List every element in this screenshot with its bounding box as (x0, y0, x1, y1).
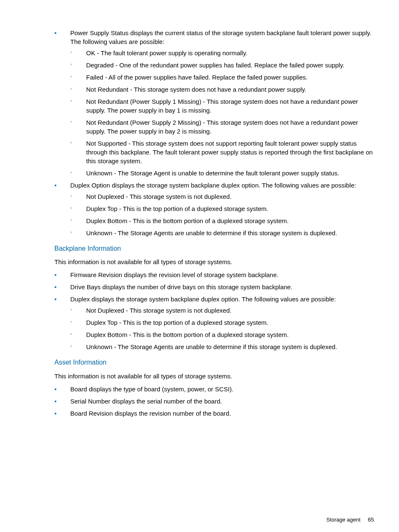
page-footer: Storage agent 65 (326, 516, 374, 524)
list-item-text: Duplex displays the storage system backp… (70, 296, 336, 303)
asset-heading: Asset Information (54, 358, 374, 367)
list-item: Duplex displays the storage system backp… (54, 295, 374, 351)
list-item: Power Supply Status displays the current… (54, 28, 374, 177)
list-item-text: Firmware Revision displays the revision … (70, 271, 279, 278)
list-item: Serial Number displays the serial number… (54, 397, 374, 406)
sublist-item: Duplex Bottom - This is the bottom porti… (70, 216, 374, 225)
sublist-item: Not Redundant (Power Supply 1 Missing) -… (70, 97, 374, 115)
footer-text: Storage agent (326, 517, 361, 523)
list-item-text: Drive Bays displays the number of drive … (70, 283, 292, 290)
sublist-item: OK - The fault tolerant power supply is … (70, 49, 374, 57)
list-item: Firmware Revision displays the revision … (54, 270, 374, 279)
sublist-item: Not Supported - This storage system does… (70, 139, 374, 165)
section2-list: Firmware Revision displays the revision … (54, 270, 374, 351)
backplane-intro: This information is not available for al… (54, 257, 374, 266)
asset-intro: This information is not available for al… (54, 372, 374, 380)
sublist-item: Unknown - The Storage Agents are unable … (70, 342, 374, 351)
list-item: Drive Bays displays the number of drive … (54, 283, 374, 291)
sublist-item: Not Duplexed - This storage system is no… (70, 306, 374, 315)
footer-page-number: 65 (368, 517, 374, 523)
sublist: Not Duplexed - This storage system is no… (70, 192, 374, 237)
list-item-text: Board Revision displays the revision num… (70, 410, 231, 417)
list-item: Board displays the type of board (system… (54, 385, 374, 393)
sublist-item: Degraded - One of the redundant power su… (70, 61, 374, 69)
page-content: Power Supply Status displays the current… (25, 28, 374, 418)
list-item-text: Serial Number displays the serial number… (70, 398, 222, 405)
sublist-item: Unknown - The Storage Agents are unable … (70, 229, 374, 237)
list-item-text: Power Supply Status displays the current… (70, 29, 371, 45)
sublist: Not Duplexed - This storage system is no… (70, 306, 374, 351)
sublist-item: Not Duplexed - This storage system is no… (70, 192, 374, 201)
section3-list: Board displays the type of board (system… (54, 385, 374, 418)
sublist-item: Failed - All of the power supplies have … (70, 73, 374, 82)
list-item-text: Duplex Option displays the storage syste… (70, 182, 356, 189)
sublist-item: Not Redundant (Power Supply 2 Missing) -… (70, 118, 374, 136)
backplane-heading: Backplane Information (54, 244, 374, 253)
section1-list: Power Supply Status displays the current… (54, 28, 374, 237)
list-item-text: Board displays the type of board (system… (70, 386, 233, 393)
sublist-item: Duplex Top - This is the top portion of … (70, 318, 374, 327)
sublist-item: Unknown - The Storage Agent is unable to… (70, 169, 374, 177)
sublist-item: Not Redundant - This storage system does… (70, 85, 374, 94)
sublist-item: Duplex Top - This is the top portion of … (70, 204, 374, 213)
list-item: Board Revision displays the revision num… (54, 409, 374, 418)
list-item: Duplex Option displays the storage syste… (54, 181, 374, 237)
sublist: OK - The fault tolerant power supply is … (70, 49, 374, 177)
sublist-item: Duplex Bottom - This is the bottom porti… (70, 330, 374, 339)
